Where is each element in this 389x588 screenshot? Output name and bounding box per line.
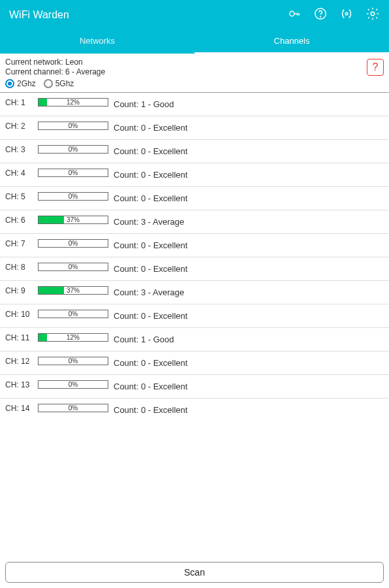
channel-row: CH: 140%Count: 0 - Excellent: [0, 399, 389, 421]
channel-row: CH: 1112%Count: 1 - Good: [0, 328, 389, 351]
header-icons: [287, 7, 380, 24]
channel-status: Count: 0 - Excellent: [114, 378, 187, 391]
usage-bar-percent: 0%: [39, 146, 108, 153]
scan-button[interactable]: Scan: [5, 562, 384, 583]
channel-label: CH: 9: [5, 286, 33, 295]
footer-bar: Scan: [0, 557, 389, 588]
usage-bar-percent: 0%: [39, 122, 108, 129]
radio-label: 5Ghz: [55, 79, 74, 88]
usage-bar-percent: 0%: [39, 240, 108, 247]
channel-label: CH: 3: [5, 145, 33, 154]
band-radio-5ghz[interactable]: 5Ghz: [44, 79, 74, 88]
usage-bar-percent: 12%: [39, 99, 108, 106]
app-title: WiFi Warden: [9, 9, 287, 21]
channel-status: Count: 1 - Good: [114, 95, 174, 109]
channel-row: CH: 937%Count: 3 - Average: [0, 281, 389, 304]
usage-bar-percent: 0%: [39, 404, 108, 412]
channel-label: CH: 6: [5, 216, 33, 225]
channel-row: CH: 50%Count: 0 - Excellent: [0, 187, 389, 210]
usage-bar-percent: 0%: [39, 263, 108, 270]
usage-bar: 0%: [38, 239, 108, 248]
svg-point-7: [371, 12, 375, 16]
channel-status: Count: 3 - Average: [114, 213, 184, 227]
app-root: WiFi Warden NetworksChannels Current net…: [0, 0, 389, 588]
channel-label: CH: 13: [5, 380, 33, 389]
signal-icon[interactable]: [339, 7, 354, 24]
channel-status: Count: 0 - Excellent: [114, 189, 187, 203]
usage-bar: 0%: [38, 310, 108, 318]
settings-icon[interactable]: [366, 7, 380, 24]
tab-channels[interactable]: Channels: [194, 30, 389, 54]
channel-row: CH: 70%Count: 0 - Excellent: [0, 234, 389, 257]
usage-bar: 0%: [38, 122, 108, 130]
tab-networks[interactable]: Networks: [0, 30, 194, 54]
radio-circle-icon: [44, 79, 53, 88]
app-header: WiFi Warden NetworksChannels: [0, 0, 389, 54]
usage-bar: 0%: [38, 357, 108, 365]
channel-row: CH: 120%Count: 0 - Excellent: [0, 351, 389, 375]
channel-label: CH: 11: [5, 333, 33, 342]
current-network-label: Current network: Leon: [5, 57, 384, 67]
channel-status: Count: 3 - Average: [114, 284, 184, 297]
usage-bar: 0%: [38, 169, 108, 177]
channel-row: CH: 30%Count: 0 - Excellent: [0, 140, 389, 163]
usage-bar-percent: 0%: [39, 357, 108, 365]
svg-point-0: [290, 11, 294, 16]
titlebar: WiFi Warden: [0, 0, 389, 30]
usage-bar-percent: 37%: [39, 216, 108, 223]
band-radio-group: 2Ghz5Ghz: [5, 79, 384, 88]
channel-list: CH: 112%Count: 1 - GoodCH: 20%Count: 0 -…: [0, 93, 389, 421]
channel-label: CH: 4: [5, 169, 33, 178]
channel-row: CH: 40%Count: 0 - Excellent: [0, 163, 389, 187]
channel-row: CH: 130%Count: 0 - Excellent: [0, 375, 389, 399]
usage-bar-percent: 12%: [39, 334, 108, 341]
usage-bar: 12%: [38, 333, 108, 342]
svg-point-5: [320, 16, 321, 17]
svg-point-6: [345, 12, 348, 15]
help-icon[interactable]: [313, 7, 328, 24]
content-area: Current network: Leon Current channel: 6…: [0, 54, 389, 557]
usage-bar-percent: 0%: [39, 310, 108, 318]
usage-bar: 0%: [38, 145, 108, 154]
usage-bar: 0%: [38, 380, 108, 389]
channel-label: CH: 7: [5, 239, 33, 248]
channel-status: Count: 0 - Excellent: [114, 237, 187, 250]
usage-bar-percent: 0%: [39, 169, 108, 176]
channel-status: Count: 1 - Good: [114, 331, 174, 344]
current-channel-label: Current channel: 6 - Average: [5, 67, 384, 76]
channel-label: CH: 14: [5, 404, 33, 413]
info-panel: Current network: Leon Current channel: 6…: [0, 54, 389, 93]
channel-status: Count: 0 - Excellent: [114, 401, 187, 415]
channel-status: Count: 0 - Excellent: [114, 260, 187, 274]
channel-row: CH: 20%Count: 0 - Excellent: [0, 116, 389, 140]
key-icon[interactable]: [287, 7, 302, 24]
channel-label: CH: 2: [5, 122, 33, 131]
usage-bar-percent: 37%: [39, 287, 108, 294]
channel-label: CH: 10: [5, 310, 33, 319]
usage-bar-percent: 0%: [39, 193, 108, 200]
usage-bar: 0%: [38, 404, 108, 412]
usage-bar: 0%: [38, 263, 108, 271]
radio-label: 2Ghz: [17, 79, 36, 88]
channel-label: CH: 12: [5, 357, 33, 366]
tab-bar: NetworksChannels: [0, 30, 389, 54]
channel-label: CH: 8: [5, 263, 33, 272]
channel-row: CH: 80%Count: 0 - Excellent: [0, 257, 389, 281]
radio-circle-icon: [5, 79, 14, 88]
channel-status: Count: 0 - Excellent: [114, 119, 187, 133]
channel-status: Count: 0 - Excellent: [114, 354, 187, 368]
band-radio-2ghz[interactable]: 2Ghz: [5, 79, 36, 88]
channel-row: CH: 112%Count: 1 - Good: [0, 93, 389, 116]
usage-bar: 37%: [38, 286, 108, 295]
channel-row: CH: 637%Count: 3 - Average: [0, 210, 389, 234]
usage-bar: 0%: [38, 192, 108, 201]
help-button[interactable]: ?: [367, 59, 384, 76]
channel-row: CH: 100%Count: 0 - Excellent: [0, 304, 389, 328]
usage-bar-percent: 0%: [39, 381, 108, 388]
channel-label: CH: 1: [5, 98, 33, 107]
channel-status: Count: 0 - Excellent: [114, 142, 187, 156]
usage-bar: 12%: [38, 98, 108, 106]
channel-label: CH: 5: [5, 192, 33, 201]
channel-status: Count: 0 - Excellent: [114, 166, 187, 180]
usage-bar: 37%: [38, 216, 108, 224]
